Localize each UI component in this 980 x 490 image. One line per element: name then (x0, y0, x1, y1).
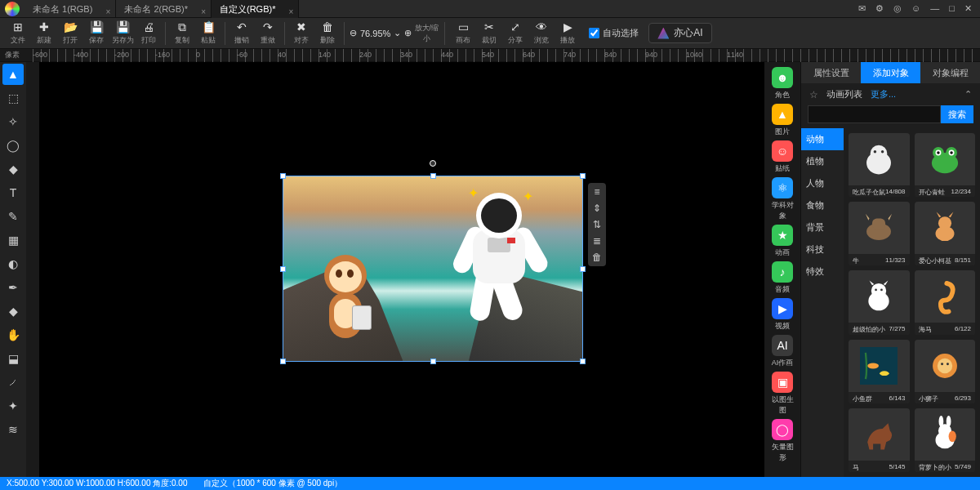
asset-card[interactable]: 海马6/122 (915, 270, 976, 334)
tool-brush[interactable]: ✎ (2, 206, 24, 227)
mail-icon[interactable]: ✉ (858, 3, 866, 14)
tool-wand[interactable]: ✧ (2, 111, 24, 132)
panel-tab-2[interactable]: 对象编程 (920, 62, 980, 83)
asset-card[interactable]: 吃瓜子仓鼠14/808 (849, 133, 910, 197)
gear-icon[interactable]: ⚙ (875, 3, 884, 14)
toolbar-裁切[interactable]: ✂裁切 (476, 20, 502, 46)
category-动物[interactable]: 动物 (801, 128, 844, 150)
search-button[interactable]: 搜索 (941, 105, 973, 123)
tool-fill[interactable]: ◆ (2, 158, 24, 180)
toolbar-分享[interactable]: ⤢分享 (502, 20, 528, 46)
float-tool-3[interactable]: ≣ (593, 235, 601, 247)
toolbar-重做[interactable]: ↷重做 (255, 20, 281, 46)
tool-hand[interactable]: ✋ (2, 324, 24, 345)
toolbar-粘贴[interactable]: 📋粘贴 (195, 20, 221, 46)
objcat-视频[interactable]: ▶视频 (768, 298, 796, 332)
asset-card[interactable]: 小狮子6/293 (915, 340, 976, 403)
category-人物[interactable]: 人物 (801, 172, 844, 194)
zoom-control[interactable]: ⊖ 76.95% ⌄ ⊕ (350, 28, 412, 38)
panel-tab-0[interactable]: 属性设置 (801, 62, 861, 83)
document-tab[interactable]: 未命名 1(RGB)× (24, 0, 116, 18)
maximize-icon[interactable]: □ (949, 3, 955, 14)
toolbar-播放[interactable]: ▶播放 (555, 20, 581, 46)
objcat-音频[interactable]: ♪音频 (768, 261, 796, 295)
document-tab[interactable]: 自定义(RGB)*× (212, 0, 299, 18)
resize-handle-se[interactable] (580, 359, 586, 364)
resize-handle-n[interactable] (430, 173, 436, 179)
favorite-icon[interactable]: ☆ (809, 89, 818, 100)
tool-pen[interactable]: ✒ (2, 277, 24, 298)
minimize-icon[interactable]: — (930, 3, 939, 14)
toolbar-复制[interactable]: ⧉复制 (169, 20, 195, 46)
tool-move[interactable]: ▲ (2, 64, 24, 85)
toolbar-另存为[interactable]: 💾另存为 (109, 20, 136, 46)
user-icon[interactable]: ☺ (911, 3, 920, 14)
panel-tab-1[interactable]: 添加对象 (861, 62, 920, 83)
tool-heal[interactable]: ✦ (2, 395, 24, 416)
toolbar-新建[interactable]: ✚新建 (31, 20, 57, 46)
float-tool-1[interactable]: ⇕ (593, 203, 601, 214)
tool-pattern[interactable]: ▦ (2, 229, 24, 251)
chevron-down-icon[interactable]: ⌄ (394, 28, 401, 38)
zoom-in-icon[interactable]: ⊕ (404, 28, 412, 38)
resize-handle-ne[interactable] (580, 173, 586, 179)
toolbar-保存[interactable]: 💾保存 (83, 20, 109, 46)
tool-ruler[interactable]: ⟋ (2, 372, 24, 393)
objcat-矢量图形[interactable]: ◯矢量图形 (768, 419, 796, 463)
search-input[interactable] (808, 105, 941, 123)
objcat-AI作画[interactable]: AIAI作画 (768, 335, 796, 368)
tool-crop[interactable]: ⬓ (2, 348, 24, 369)
float-tool-4[interactable]: 🗑 (592, 252, 602, 263)
objcat-以图生图[interactable]: ▣以图生图 (768, 372, 796, 416)
category-食物[interactable]: 食物 (801, 194, 844, 216)
zoom-percent[interactable]: 76.95% (360, 29, 390, 38)
float-tool-0[interactable]: ≡ (594, 186, 599, 198)
rotate-handle[interactable] (430, 160, 436, 167)
asset-card[interactable]: 背萝卜的小兔子5/749 (915, 408, 976, 472)
toolbar-对齐[interactable]: ✖对齐 (288, 20, 314, 46)
astronaut-character[interactable]: ✦ ✦ (443, 180, 558, 319)
tool-shape[interactable]: ◆ (2, 301, 24, 322)
monkey-character[interactable] (308, 255, 381, 353)
zoom-out-icon[interactable]: ⊖ (350, 28, 357, 38)
tab-close-icon[interactable]: × (106, 3, 111, 21)
selected-artboard[interactable]: ✦ ✦ (283, 176, 583, 362)
objcat-学科对象[interactable]: ⚛学科对象 (768, 177, 796, 221)
canvas-area[interactable]: ✦ ✦ ≡⇕⇅≣🗑 (39, 62, 764, 477)
resize-handle-nw[interactable] (280, 173, 286, 179)
document-tab[interactable]: 未命名 2(RGB)*× (116, 0, 212, 18)
toolbar-打印[interactable]: 🖨打印 (136, 20, 162, 46)
asset-card[interactable]: 爱心小柯基8/151 (915, 202, 976, 265)
toolbar-画布[interactable]: ▭画布 (450, 20, 476, 46)
toolbar-删除[interactable]: 🗑删除 (314, 20, 341, 46)
objcat-贴纸[interactable]: ☺贴纸 (768, 140, 796, 174)
more-link[interactable]: 更多... (871, 88, 896, 100)
category-特效[interactable]: 特效 (801, 261, 844, 283)
tab-close-icon[interactable]: × (289, 3, 294, 21)
toolbar-打开[interactable]: 📂打开 (57, 20, 83, 46)
tool-marquee[interactable]: ⬚ (2, 87, 24, 109)
objcat-动画[interactable]: ★动画 (768, 225, 796, 258)
close-icon[interactable]: ✕ (964, 3, 972, 14)
auto-select-toggle[interactable]: 自动选择 (589, 27, 639, 39)
ai-button[interactable]: 亦心AI (648, 23, 711, 43)
auto-select-checkbox[interactable] (589, 28, 599, 38)
asset-card[interactable]: 牛11/323 (849, 202, 910, 265)
category-背景[interactable]: 背景 (801, 216, 844, 238)
objcat-角色[interactable]: ☻角色 (768, 67, 796, 100)
category-科技[interactable]: 科技 (801, 238, 844, 261)
toolbar-浏览[interactable]: 👁浏览 (528, 20, 555, 46)
tool-smudge[interactable]: ◐ (2, 253, 24, 274)
resize-handle-sw[interactable] (280, 359, 286, 364)
objcat-图片[interactable]: ▲图片 (768, 104, 796, 137)
compass-icon[interactable]: ◎ (893, 3, 902, 14)
asset-card[interactable]: 马5/145 (849, 408, 910, 472)
asset-card[interactable]: 超级怕的小猫咪7/275 (849, 270, 910, 334)
float-tool-2[interactable]: ⇅ (593, 219, 601, 230)
tool-layers[interactable]: ≋ (2, 419, 24, 440)
tool-text[interactable]: T (2, 182, 24, 203)
asset-card[interactable]: 开心青蛙12/234 (915, 133, 976, 197)
toolbar-撤销[interactable]: ↶撤销 (229, 20, 255, 46)
toolbar-文件[interactable]: ⊞文件 (5, 20, 31, 46)
resize-handle-e[interactable] (580, 266, 586, 272)
